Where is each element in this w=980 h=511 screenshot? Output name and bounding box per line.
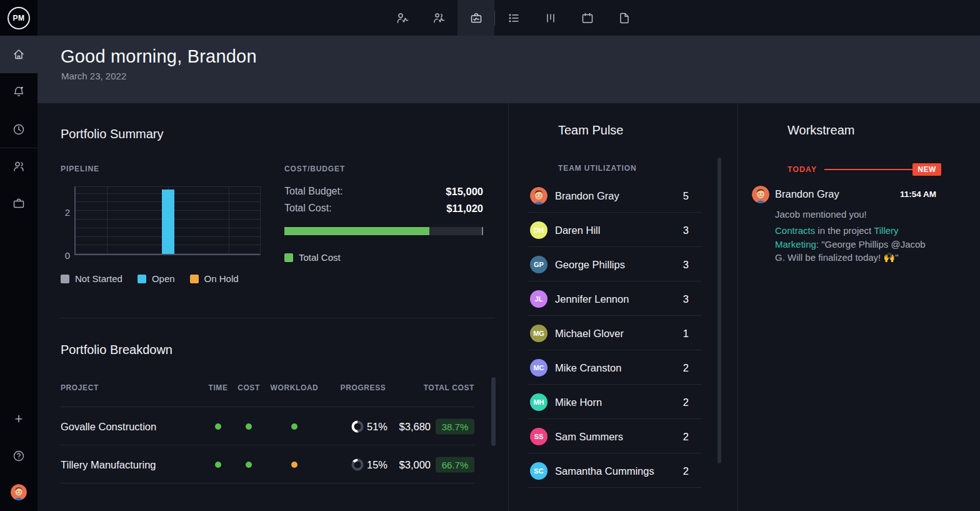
sidebar-item-portfolio[interactable] [0,185,38,222]
member-task-count: 2 [651,430,689,442]
team-member-row[interactable]: GP George Phillips 3 [508,247,738,281]
pm-logo: PM [8,7,30,29]
cartoon-avatar [11,484,27,500]
team-member-row[interactable]: MH Mike Horn 2 [508,385,738,419]
total-cost-swatch [284,253,293,262]
message-text: " [895,252,898,263]
total-cost-row: Total Cost: $11,020 [284,203,483,215]
chart-gridline [229,187,229,254]
col-header-workload: WORKLOAD [271,383,319,392]
member-name: Samantha Cummings [555,465,654,477]
workstream-message: Contracts in the project Tillery Marketi… [775,224,936,265]
project-row[interactable]: Tillery Manufacturing 15% $3,000 66.7% [38,445,508,483]
cost-budget-label: COST/BUDGET [284,164,483,173]
project-total-cost: $3,000 [356,458,431,470]
table-scrollbar[interactable] [491,377,496,446]
col-header-total-cost: TOTAL COST [356,383,474,392]
member-task-count: 2 [651,362,689,373]
workload-status-dot [291,423,298,430]
team-pulse-title: Team Pulse [558,123,624,138]
project-row[interactable]: Govalle Construction 51% $3,680 38.7% [38,407,508,445]
legend-label: Not Started [75,273,122,284]
member-avatar: MH [530,393,548,411]
workload-status-dot [291,462,298,468]
tab-task-list[interactable] [495,0,532,36]
sidebar-item-time[interactable] [0,111,38,148]
tab-files[interactable] [606,0,642,36]
sidebar-item-team[interactable] [0,148,38,185]
legend-swatch [61,275,69,283]
team-utilization-label: TEAM UTILIZATION [558,164,637,173]
mention-text: Jacob mentioned you! [775,209,867,220]
team-member-row[interactable]: JL Jennifer Lennon 3 [508,281,738,316]
sidebar-item-help[interactable] [0,437,38,475]
member-avatar: MG [530,325,548,342]
cartoon-avatar [530,187,548,205]
sidebar-item-profile[interactable] [0,473,38,511]
member-avatar: MC [530,359,548,377]
sidebar-item-home[interactable] [0,36,38,73]
tab-my-work[interactable] [384,0,421,36]
pipeline-bar-chart: 2 0 [74,186,261,255]
member-avatar: DH [530,221,548,239]
workstream-author-avatar [752,186,769,203]
member-task-count: 2 [651,465,689,477]
cartoon-avatar [752,186,769,203]
member-task-count: 3 [651,224,689,236]
open-projects-bar[interactable] [162,190,174,254]
message-text: in the project [815,225,874,236]
tab-portfolio[interactable] [458,0,494,36]
message-link[interactable]: Contracts [775,225,815,236]
team-member-row[interactable]: DH Daren Hill 3 [508,213,738,247]
tab-calendar[interactable] [569,0,606,36]
tab-team[interactable] [421,0,458,36]
team-member-row[interactable]: SC Samantha Cummings 2 [508,453,738,488]
team-member-row[interactable]: MG Michael Glover 1 [508,316,738,350]
tab-board[interactable] [532,0,569,36]
sidebar-item-notifications[interactable] [0,73,38,110]
member-avatar [530,187,548,205]
team-list-scrollbar[interactable] [718,158,721,463]
team-utilization-list: Brandon Gray 5 DH Daren Hill 3 GP George… [508,178,738,488]
cost-budget-section: COST/BUDGET Total Budget: $15,000 Total … [284,164,483,173]
workstream-title: Workstream [788,123,854,138]
member-task-count: 2 [651,396,689,408]
cost-legend: Total Cost [284,252,341,263]
team-member-row[interactable]: Brandon Gray 5 [508,178,738,213]
total-budget-label: Total Budget: [284,186,342,198]
calendar-icon [581,11,594,25]
help-icon [12,449,26,463]
cost-progress-fill [284,227,429,235]
total-cost-value: $11,020 [446,203,483,215]
member-name: Mike Cranston [555,362,621,373]
member-name: Daren Hill [555,224,600,236]
pipeline-legend: Not StartedOpenOn Hold [61,273,239,284]
sidebar-item-add[interactable]: + [0,400,38,438]
total-cost-legend-label: Total Cost [299,252,341,263]
portfolio-activity-icon [469,11,483,25]
workstream-author[interactable]: Brandon Gray [775,188,839,200]
clock-icon [12,123,26,136]
workstream-panel: Workstream TODAY NEW Brandon Gray 11:54 … [738,103,980,511]
workstream-timestamp: 11:54 AM [874,190,936,199]
columns-icon [544,11,558,25]
section-divider [61,318,495,318]
time-status-dot [215,423,221,430]
legend-item: On Hold [190,273,239,284]
member-avatar: JL [530,290,548,308]
top-bar: PM [0,0,980,36]
member-name: Sam Summers [555,430,623,442]
portfolio-breakdown-title: Portfolio Breakdown [61,343,172,357]
team-pulse-panel: Team Pulse TEAM UTILIZATION Brandon Gray… [508,103,738,511]
logo-cell[interactable]: PM [0,0,38,36]
row-divider [61,483,474,483]
briefcase-icon [12,196,26,210]
document-icon [618,11,631,25]
team-member-row[interactable]: MC Mike Cranston 2 [508,350,738,385]
member-name: Brandon Gray [555,190,619,201]
people-icon [12,159,26,173]
person-activity-icon [396,11,409,25]
pipeline-label: PIPELINE [61,164,99,173]
team-member-row[interactable]: SS Sam Summers 2 [508,419,738,453]
legend-label: Open [152,273,175,284]
